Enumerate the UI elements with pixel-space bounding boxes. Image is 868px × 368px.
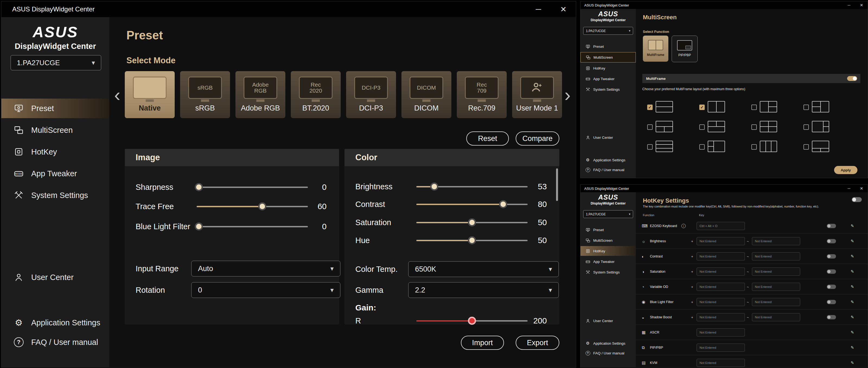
- edit-icon[interactable]: ✎: [850, 300, 854, 305]
- monitor-select-dropdown[interactable]: 1.PA27UCGE ▾: [10, 55, 101, 70]
- layout-checkbox[interactable]: ✓: [699, 144, 705, 150]
- sidebar-item-user-center[interactable]: User Center: [581, 316, 636, 325]
- layout-option[interactable]: ✓: [803, 138, 854, 155]
- hotkey-input[interactable]: Not Entered: [696, 252, 745, 260]
- mode-card-adobe-rgb[interactable]: Adobe RGB Adobe RGB: [236, 71, 285, 118]
- sidebar-item-app-tweaker[interactable]: MODE App Tweaker: [581, 257, 636, 266]
- mode-card-dci-p3[interactable]: DCI-P3 DCI-P3: [346, 71, 396, 118]
- hue-slider[interactable]: [416, 234, 528, 246]
- edit-icon[interactable]: ✎: [850, 284, 854, 289]
- hotkey-master-toggle[interactable]: [852, 197, 862, 202]
- sidebar-item-faq[interactable]: ? FAQ / User manual: [581, 165, 636, 175]
- layout-option[interactable]: ✓: [751, 118, 802, 136]
- hotkey-input[interactable]: Not Entered: [752, 267, 800, 276]
- chevron-left-icon[interactable]: ‹: [114, 86, 120, 104]
- hotkey-input[interactable]: Not Entered: [696, 359, 745, 367]
- slider-knob[interactable]: [468, 236, 476, 245]
- info-icon[interactable]: i: [681, 224, 686, 228]
- layout-option[interactable]: ✓: [803, 118, 854, 136]
- sidebar-item-application-settings[interactable]: ⚙ Application Settings: [581, 338, 636, 348]
- layout-option[interactable]: ✓: [751, 138, 802, 155]
- layout-option[interactable]: ✓: [647, 98, 698, 116]
- edit-icon[interactable]: ✎: [850, 254, 854, 259]
- mode-card-srgb[interactable]: sRGB sRGB: [180, 71, 230, 118]
- blue-light-filter-slider[interactable]: [197, 221, 308, 232]
- layout-option[interactable]: ✓: [751, 98, 802, 116]
- gamma-dropdown[interactable]: 2.2 ▾: [408, 282, 559, 298]
- mode-card-dicom[interactable]: DICOM DICOM: [401, 71, 452, 118]
- hotkey-input[interactable]: Not Entered: [752, 283, 800, 291]
- hotkey-input[interactable]: Not Entered: [696, 328, 745, 337]
- layout-checkbox[interactable]: ✓: [647, 144, 653, 150]
- sidebar-item-user-center[interactable]: User Center: [1, 267, 109, 287]
- sidebar-item-preset[interactable]: Preset: [581, 41, 636, 51]
- monitor-select-dropdown[interactable]: 1.PA27UCGE▾: [583, 210, 633, 218]
- layout-option[interactable]: ✓: [647, 138, 698, 155]
- mode-card-native[interactable]: Native: [125, 71, 175, 118]
- slider-knob[interactable]: [468, 317, 476, 325]
- sidebar-item-faq[interactable]: ? FAQ / User manual: [1, 333, 109, 352]
- edit-icon[interactable]: ✎: [850, 345, 854, 350]
- hotkey-input[interactable]: Not Entered: [696, 344, 745, 352]
- sidebar-item-user-center[interactable]: User Center: [581, 133, 636, 142]
- function-card-multiframe[interactable]: MultiFrame: [643, 35, 669, 62]
- layout-option[interactable]: ✓: [803, 98, 854, 116]
- slider-knob[interactable]: [430, 182, 438, 191]
- hotkey-row-toggle[interactable]: [827, 270, 836, 274]
- sidebar-item-multiscreen[interactable]: MultiScreen: [581, 235, 636, 245]
- hotkey-row-toggle[interactable]: [827, 315, 836, 319]
- sidebar-item-app-tweaker[interactable]: MODE App Tweaker: [1, 164, 109, 183]
- layout-checkbox[interactable]: ✓: [751, 144, 757, 150]
- slider-knob[interactable]: [258, 202, 267, 210]
- slider-knob[interactable]: [195, 222, 203, 231]
- sidebar-item-system-settings[interactable]: System Settings: [581, 267, 636, 277]
- sidebar-item-system-settings[interactable]: System Settings: [1, 186, 109, 205]
- sidebar-item-hotkey[interactable]: HotKey: [1, 142, 109, 162]
- rotation-dropdown[interactable]: 0 ▾: [191, 282, 340, 298]
- trace-free-slider[interactable]: [197, 200, 308, 213]
- edit-icon[interactable]: ✎: [850, 239, 854, 244]
- hotkey-input[interactable]: Ctrl + Alt + O: [696, 222, 745, 230]
- sidebar-item-app-tweaker[interactable]: MODE App Tweaker: [581, 74, 636, 84]
- close-button[interactable]: ✕: [551, 1, 576, 17]
- export-button[interactable]: Export: [516, 336, 559, 350]
- reset-button[interactable]: Reset: [466, 132, 509, 146]
- brightness-slider[interactable]: [416, 180, 528, 193]
- hotkey-row-toggle[interactable]: [827, 285, 836, 289]
- sidebar-item-hotkey[interactable]: HotKey: [581, 63, 636, 73]
- saturation-slider[interactable]: [416, 217, 528, 228]
- hotkey-input[interactable]: Not Entered: [752, 237, 800, 245]
- layout-checkbox[interactable]: ✓: [751, 105, 757, 110]
- hotkey-input[interactable]: Not Entered: [696, 298, 745, 306]
- import-button[interactable]: Import: [461, 336, 504, 350]
- layout-checkbox[interactable]: ✓: [699, 124, 705, 130]
- gain-r-slider[interactable]: [416, 315, 528, 327]
- sidebar-item-application-settings[interactable]: ⚙ Application Settings: [1, 313, 109, 333]
- layout-checkbox[interactable]: ✓: [803, 144, 809, 150]
- hotkey-row-toggle[interactable]: [827, 239, 836, 243]
- multiframe-toggle[interactable]: [847, 76, 857, 81]
- layout-checkbox[interactable]: ✓: [751, 124, 757, 130]
- edit-icon[interactable]: ✎: [850, 360, 854, 365]
- layout-checkbox[interactable]: ✓: [699, 105, 705, 110]
- layout-checkbox[interactable]: ✓: [803, 105, 809, 110]
- sidebar-item-application-settings[interactable]: ⚙ Application Settings: [581, 155, 636, 165]
- sidebar-item-system-settings[interactable]: System Settings: [581, 84, 636, 94]
- hotkey-row-toggle[interactable]: [827, 254, 836, 259]
- sidebar-item-preset[interactable]: Preset: [581, 225, 636, 235]
- slider-knob[interactable]: [195, 183, 203, 191]
- hotkey-row-toggle[interactable]: [827, 300, 836, 304]
- sidebar-item-preset[interactable]: Preset: [1, 98, 109, 118]
- input-range-dropdown[interactable]: Auto ▾: [191, 261, 340, 277]
- sidebar-item-faq[interactable]: ? FAQ / User manual: [581, 348, 636, 358]
- slider-knob[interactable]: [499, 200, 507, 208]
- hotkey-input[interactable]: Not Entered: [696, 267, 745, 276]
- mode-card-user-mode-1[interactable]: User Mode 1: [512, 71, 562, 118]
- layout-option[interactable]: ✓: [647, 118, 698, 136]
- hotkey-row-toggle[interactable]: [827, 224, 836, 228]
- compare-button[interactable]: Compare: [516, 132, 559, 146]
- mode-card-rec709[interactable]: Rec 709 Rec.709: [457, 71, 507, 118]
- close-button[interactable]: ✕: [855, 185, 868, 192]
- sidebar-item-multiscreen[interactable]: MultiScreen: [581, 52, 636, 62]
- minimize-button[interactable]: ─: [843, 185, 855, 192]
